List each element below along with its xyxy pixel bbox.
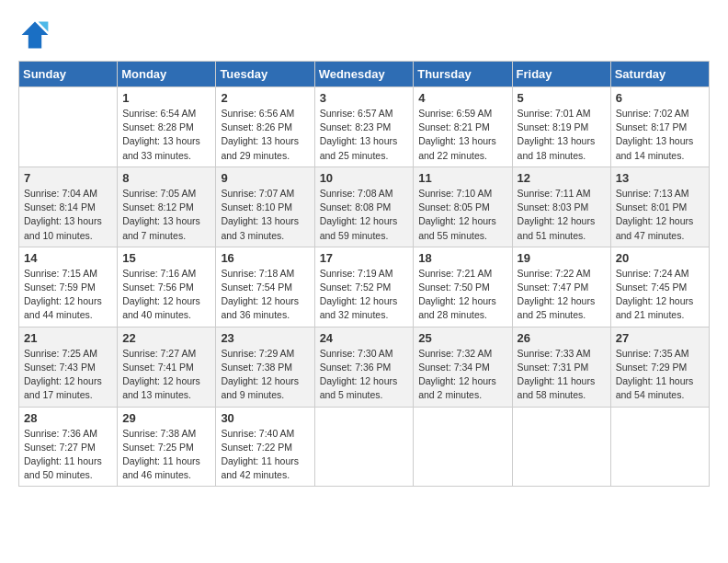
day-number: 24 [320,331,409,345]
calendar-cell: 3Sunrise: 6:57 AMSunset: 8:23 PMDaylight… [314,87,414,167]
calendar-cell [19,87,118,167]
day-info: Sunrise: 7:22 AMSunset: 7:47 PMDaylight:… [518,267,606,323]
calendar-cell: 28Sunrise: 7:36 AMSunset: 7:27 PMDayligh… [19,407,118,487]
day-info: Sunrise: 6:56 AMSunset: 8:26 PMDaylight:… [221,107,309,163]
calendar-cell: 29Sunrise: 7:38 AMSunset: 7:25 PMDayligh… [118,407,216,487]
col-header-saturday: Saturday [610,62,709,87]
day-number: 23 [221,331,309,345]
day-info: Sunrise: 7:24 AMSunset: 7:45 PMDaylight:… [616,267,704,323]
calendar-cell: 2Sunrise: 6:56 AMSunset: 8:26 PMDaylight… [216,87,314,167]
day-number: 18 [418,251,506,265]
day-info: Sunrise: 7:30 AMSunset: 7:36 PMDaylight:… [320,347,409,403]
day-info: Sunrise: 7:40 AMSunset: 7:22 PMDaylight:… [221,427,309,483]
day-number: 8 [122,171,210,185]
col-header-tuesday: Tuesday [216,62,314,87]
calendar-cell: 30Sunrise: 7:40 AMSunset: 7:22 PMDayligh… [216,407,314,487]
day-info: Sunrise: 7:07 AMSunset: 8:10 PMDaylight:… [221,187,309,243]
day-info: Sunrise: 7:29 AMSunset: 7:38 PMDaylight:… [221,347,309,403]
day-info: Sunrise: 7:08 AMSunset: 8:08 PMDaylight:… [320,187,409,243]
day-number: 29 [122,411,210,425]
col-header-sunday: Sunday [19,62,118,87]
calendar-cell: 7Sunrise: 7:04 AMSunset: 8:14 PMDaylight… [19,167,118,247]
day-number: 21 [24,331,112,345]
calendar-cell: 19Sunrise: 7:22 AMSunset: 7:47 PMDayligh… [512,247,610,327]
day-number: 25 [418,331,506,345]
week-row-4: 21Sunrise: 7:25 AMSunset: 7:43 PMDayligh… [19,327,710,407]
col-header-wednesday: Wednesday [314,62,414,87]
day-number: 5 [518,91,606,105]
day-info: Sunrise: 7:01 AMSunset: 8:19 PMDaylight:… [518,107,606,163]
day-number: 16 [221,251,309,265]
col-header-monday: Monday [118,62,216,87]
day-info: Sunrise: 7:04 AMSunset: 8:14 PMDaylight:… [24,187,112,243]
calendar-cell: 8Sunrise: 7:05 AMSunset: 8:12 PMDaylight… [118,167,216,247]
day-number: 14 [24,251,112,265]
calendar-cell [314,407,414,487]
day-info: Sunrise: 7:21 AMSunset: 7:50 PMDaylight:… [418,267,506,323]
calendar-cell: 22Sunrise: 7:27 AMSunset: 7:41 PMDayligh… [118,327,216,407]
day-info: Sunrise: 7:32 AMSunset: 7:34 PMDaylight:… [418,347,506,403]
calendar-cell: 23Sunrise: 7:29 AMSunset: 7:38 PMDayligh… [216,327,314,407]
calendar-cell: 26Sunrise: 7:33 AMSunset: 7:31 PMDayligh… [512,327,610,407]
calendar-cell: 24Sunrise: 7:30 AMSunset: 7:36 PMDayligh… [314,327,414,407]
day-info: Sunrise: 6:59 AMSunset: 8:21 PMDaylight:… [418,107,506,163]
day-info: Sunrise: 7:36 AMSunset: 7:27 PMDaylight:… [24,427,112,483]
week-row-2: 7Sunrise: 7:04 AMSunset: 8:14 PMDaylight… [19,167,710,247]
day-info: Sunrise: 6:57 AMSunset: 8:23 PMDaylight:… [320,107,409,163]
calendar-cell: 18Sunrise: 7:21 AMSunset: 7:50 PMDayligh… [414,247,512,327]
week-row-1: 1Sunrise: 6:54 AMSunset: 8:28 PMDaylight… [19,87,710,167]
calendar-cell: 9Sunrise: 7:07 AMSunset: 8:10 PMDaylight… [216,167,314,247]
day-number: 27 [616,331,704,345]
calendar-cell: 12Sunrise: 7:11 AMSunset: 8:03 PMDayligh… [512,167,610,247]
calendar-cell: 6Sunrise: 7:02 AMSunset: 8:17 PMDaylight… [610,87,709,167]
logo [18,18,55,52]
day-info: Sunrise: 7:27 AMSunset: 7:41 PMDaylight:… [122,347,210,403]
calendar-cell: 13Sunrise: 7:13 AMSunset: 8:01 PMDayligh… [610,167,709,247]
calendar-cell: 21Sunrise: 7:25 AMSunset: 7:43 PMDayligh… [19,327,118,407]
day-number: 28 [24,411,112,425]
calendar-cell: 5Sunrise: 7:01 AMSunset: 8:19 PMDaylight… [512,87,610,167]
logo-icon [18,18,51,52]
week-row-3: 14Sunrise: 7:15 AMSunset: 7:59 PMDayligh… [19,247,710,327]
day-info: Sunrise: 7:05 AMSunset: 8:12 PMDaylight:… [122,187,210,243]
day-number: 11 [418,171,506,185]
calendar-cell: 20Sunrise: 7:24 AMSunset: 7:45 PMDayligh… [610,247,709,327]
calendar-header-row: SundayMondayTuesdayWednesdayThursdayFrid… [19,62,710,87]
calendar-cell: 10Sunrise: 7:08 AMSunset: 8:08 PMDayligh… [314,167,414,247]
day-number: 13 [616,171,704,185]
day-info: Sunrise: 7:35 AMSunset: 7:29 PMDaylight:… [616,347,704,403]
day-info: Sunrise: 7:18 AMSunset: 7:54 PMDaylight:… [221,267,309,323]
calendar-cell: 14Sunrise: 7:15 AMSunset: 7:59 PMDayligh… [19,247,118,327]
day-number: 2 [221,91,309,105]
day-number: 12 [518,171,606,185]
calendar-cell [610,407,709,487]
day-number: 4 [418,91,506,105]
calendar-cell: 25Sunrise: 7:32 AMSunset: 7:34 PMDayligh… [414,327,512,407]
calendar-cell: 17Sunrise: 7:19 AMSunset: 7:52 PMDayligh… [314,247,414,327]
day-number: 20 [616,251,704,265]
page-header [18,18,710,52]
week-row-5: 28Sunrise: 7:36 AMSunset: 7:27 PMDayligh… [19,407,710,487]
day-number: 30 [221,411,309,425]
calendar-cell: 1Sunrise: 6:54 AMSunset: 8:28 PMDaylight… [118,87,216,167]
day-number: 19 [518,251,606,265]
calendar-table: SundayMondayTuesdayWednesdayThursdayFrid… [18,61,710,487]
day-info: Sunrise: 7:15 AMSunset: 7:59 PMDaylight:… [24,267,112,323]
day-number: 9 [221,171,309,185]
day-number: 17 [320,251,409,265]
day-info: Sunrise: 6:54 AMSunset: 8:28 PMDaylight:… [122,107,210,163]
day-info: Sunrise: 7:02 AMSunset: 8:17 PMDaylight:… [616,107,704,163]
day-number: 6 [616,91,704,105]
day-number: 7 [24,171,112,185]
day-info: Sunrise: 7:10 AMSunset: 8:05 PMDaylight:… [418,187,506,243]
col-header-thursday: Thursday [414,62,512,87]
day-info: Sunrise: 7:25 AMSunset: 7:43 PMDaylight:… [24,347,112,403]
calendar-cell: 15Sunrise: 7:16 AMSunset: 7:56 PMDayligh… [118,247,216,327]
calendar-cell: 27Sunrise: 7:35 AMSunset: 7:29 PMDayligh… [610,327,709,407]
calendar-cell: 11Sunrise: 7:10 AMSunset: 8:05 PMDayligh… [414,167,512,247]
day-info: Sunrise: 7:13 AMSunset: 8:01 PMDaylight:… [616,187,704,243]
day-number: 1 [122,91,210,105]
day-info: Sunrise: 7:11 AMSunset: 8:03 PMDaylight:… [518,187,606,243]
col-header-friday: Friday [512,62,610,87]
day-number: 15 [122,251,210,265]
